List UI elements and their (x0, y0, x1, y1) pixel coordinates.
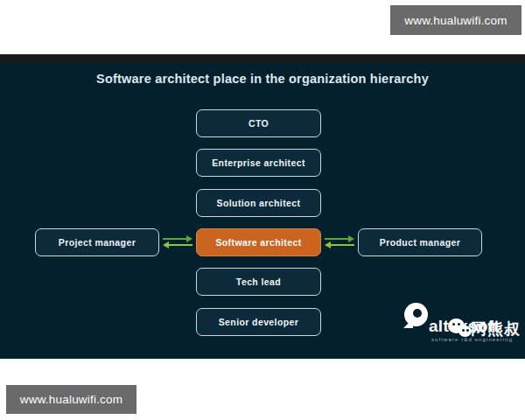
node-project-manager: Project manager (35, 228, 159, 256)
node-software-architect-highlighted: Software architect (196, 228, 321, 256)
node-cto: CTO (196, 109, 321, 137)
logo-cluster: altexsoft software r&d engineering 网熊叔 (402, 301, 525, 346)
wechat-account-name: 网熊叔 (471, 318, 521, 340)
watermark-url: www.hualuwifi.com (404, 14, 507, 27)
watermark-bottom-left: www.hualuwifi.com (6, 385, 136, 414)
node-tech-lead: Tech lead (196, 268, 321, 296)
watermark-top-right: www.hualuwifi.com (390, 5, 522, 35)
node-solution-architect: Solution architect (196, 189, 321, 217)
slide-title: Software architect place in the organiza… (0, 72, 525, 86)
double-arrow-icon-right (324, 234, 355, 249)
screenshot-canvas: www.hualuwifi.com Software architect pla… (0, 0, 525, 420)
panel-top-strip (0, 54, 525, 62)
node-enterprise-architect: Enterprise architect (196, 149, 321, 177)
altexsoft-bubble-icon (404, 303, 428, 326)
watermark-url: www.hualuwifi.com (20, 393, 122, 406)
node-product-manager: Product manager (358, 228, 482, 256)
double-arrow-icon-left (162, 234, 193, 249)
node-senior-developer: Senior developer (196, 308, 321, 336)
